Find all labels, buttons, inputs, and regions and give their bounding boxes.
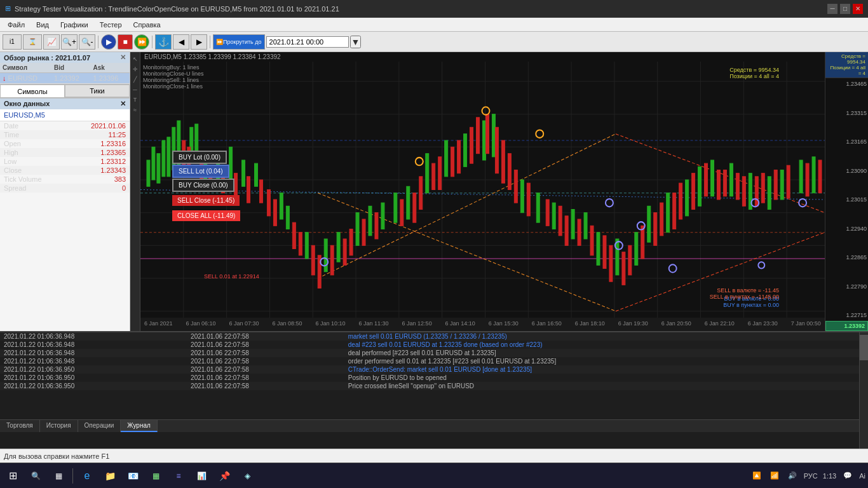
taskbar-app3[interactable]: 📊 <box>191 466 212 486</box>
dw-label: Tick Volume <box>0 175 67 184</box>
svg-rect-37 <box>167 137 170 177</box>
menu-view[interactable]: Вид <box>31 20 54 30</box>
svg-rect-52 <box>356 213 359 246</box>
log-tab-history[interactable]: История <box>40 420 78 432</box>
menu-help[interactable]: Справка <box>128 20 166 30</box>
svg-rect-48 <box>286 206 289 229</box>
xaxis-label-15: 7 Jan 00:50 <box>791 320 821 327</box>
svg-rect-114 <box>527 183 530 216</box>
log-tab-operations[interactable]: Операции <box>78 420 121 432</box>
date-input[interactable] <box>266 36 349 48</box>
price-level-3: 1.23090 <box>827 168 867 174</box>
taskbar-app4[interactable]: 📌 <box>214 466 234 486</box>
tab-ticks[interactable]: Тики <box>65 85 130 97</box>
dw-value: 383 <box>67 175 130 184</box>
log-row: 2021.01.22 01:06:36.9482021.01.06 22:07:… <box>0 357 859 365</box>
prev-button[interactable]: ◀ <box>173 34 189 50</box>
vert-tool-cross[interactable]: ✛ <box>131 65 140 74</box>
symbol-row-eurusd[interactable]: ↓ EURUSD 1.23392 1.23396 <box>0 73 130 84</box>
taskbar-edge[interactable]: e <box>77 466 97 486</box>
dw-value: 1.23365 <box>67 148 130 157</box>
log-tab-journal[interactable]: Журнал <box>121 420 158 432</box>
menu-charts[interactable]: Графики <box>55 20 93 30</box>
sell-close-button[interactable]: SELL Close (-11.45) <box>172 195 240 206</box>
stop-button[interactable]: ■ <box>118 34 133 50</box>
svg-rect-124 <box>641 226 644 259</box>
close-all-button[interactable]: CLOSE ALL (-11.49) <box>172 210 240 221</box>
dw-row: Spread0 <box>0 184 130 193</box>
play-button[interactable]: ▶ <box>101 34 116 50</box>
svg-rect-129 <box>692 173 695 210</box>
svg-rect-36 <box>162 140 165 177</box>
vert-tool-arrow[interactable]: ↖ <box>131 55 140 64</box>
start-button[interactable]: ⊞ <box>3 466 23 486</box>
menu-tester[interactable]: Тестер <box>95 20 127 30</box>
log-row: 2021.01.22 01:06:36.9482021.01.06 22:07:… <box>0 341 859 349</box>
tab-symbols[interactable]: Символы <box>0 85 65 97</box>
svg-rect-137 <box>774 170 777 200</box>
sys-icon-wifi[interactable]: 📶 <box>768 470 781 482</box>
svg-rect-120 <box>603 236 606 269</box>
scroll-to-button[interactable]: ⏩ Прокрутить до <box>213 34 265 50</box>
log-tab-trade[interactable]: Торговля <box>0 420 40 432</box>
sys-icon-network[interactable]: 🔼 <box>750 470 763 482</box>
next-button[interactable]: ▶ <box>191 34 207 50</box>
log-scrollbar[interactable] <box>859 332 868 449</box>
vert-tool-hline[interactable]: ─ <box>131 85 140 94</box>
svg-rect-78 <box>780 170 783 200</box>
svg-rect-57 <box>426 154 429 193</box>
sys-icon-volume[interactable]: 🔊 <box>786 470 799 482</box>
log-message: Price crossed lineSell ''openup'' on EUR… <box>344 382 859 390</box>
market-overview-close[interactable]: ✕ <box>120 53 126 62</box>
sys-icon-notification[interactable]: 💬 <box>841 470 854 482</box>
monitoring-sell: MonitoringSell: 1 lines <box>143 77 199 83</box>
data-window-title: Окно данных <box>4 100 50 108</box>
minimize-button[interactable]: ─ <box>827 4 837 14</box>
log-time: 2021.01.06 22:07:58 <box>187 332 344 341</box>
maximize-button[interactable]: □ <box>840 4 850 14</box>
buy-close-button[interactable]: BUY Close (0.00) <box>172 179 234 192</box>
svg-rect-127 <box>673 193 676 229</box>
forward-button[interactable]: ⏩ <box>134 34 149 50</box>
date-dropdown-button[interactable]: ▼ <box>350 36 362 48</box>
menu-file[interactable]: Файл <box>3 20 30 30</box>
vert-tool-text[interactable]: T <box>131 95 140 104</box>
zoom-out-button[interactable]: 🔍- <box>79 34 95 50</box>
svg-rect-122 <box>622 252 625 285</box>
taskbar-mail[interactable]: 📧 <box>123 466 143 486</box>
vert-tool-line[interactable]: ╱ <box>131 75 140 84</box>
close-button[interactable]: ✕ <box>853 4 863 14</box>
chart-canvas[interactable]: MonitoringBuy: 1 lines MonitoringClose-U… <box>140 62 825 318</box>
taskbar-app5[interactable]: ◈ <box>237 466 257 486</box>
sell-lot-button[interactable]: SELL Lot (0.04) <box>172 165 229 178</box>
taskbar-app2[interactable]: ≡ <box>168 466 189 486</box>
zoom-in-button[interactable]: 🔍+ <box>61 34 78 50</box>
data-window-close[interactable]: ✕ <box>120 100 126 108</box>
log-time: 2021.01.06 22:07:58 <box>187 382 344 390</box>
symbol-ask: 1.23396 <box>91 73 130 84</box>
anchor-button[interactable]: ⚓ <box>155 34 172 50</box>
taskbar-explorer[interactable]: 📁 <box>100 466 120 486</box>
svg-rect-123 <box>628 245 632 275</box>
svg-rect-133 <box>736 173 739 200</box>
status-bar: Для вызова справки нажмите F1 <box>0 449 868 463</box>
svg-rect-69 <box>635 233 638 266</box>
log-content[interactable]: 2021.01.22 01:06:36.9482021.01.06 22:07:… <box>0 332 859 419</box>
toolbar-btn-3[interactable]: 📈 <box>43 34 60 50</box>
buy-lot-button[interactable]: BUY Lot (0.00) <box>172 151 227 164</box>
xaxis-label-13: 6 Jan 22:10 <box>705 320 735 327</box>
dw-row: High1.23365 <box>0 148 130 157</box>
taskbar-app1[interactable]: ▦ <box>146 466 166 486</box>
svg-rect-106 <box>458 140 461 173</box>
toolbar-btn-2[interactable]: ⌛ <box>23 34 42 50</box>
taskbar-taskvw[interactable]: ▦ <box>48 466 69 486</box>
taskbar: ⊞ 🔍 ▦ e 📁 📧 ▦ ≡ 📊 📌 ◈ 🔼 📶 🔊 РУС 1:13 💬 A… <box>0 463 868 488</box>
data-window-header: Окно данных ✕ <box>0 98 130 109</box>
scroll-thumb[interactable] <box>860 335 868 360</box>
xaxis-label-9: 6 Jan 16:50 <box>532 320 562 327</box>
col-ask: Ask <box>91 63 130 73</box>
vert-tool-fib[interactable]: ≈ <box>131 105 140 114</box>
toolbar-btn-1[interactable]: i1 <box>3 34 22 50</box>
log-time: 2021.01.22 01:06:36.948 <box>0 332 187 341</box>
taskbar-search[interactable]: 🔍 <box>25 466 46 486</box>
